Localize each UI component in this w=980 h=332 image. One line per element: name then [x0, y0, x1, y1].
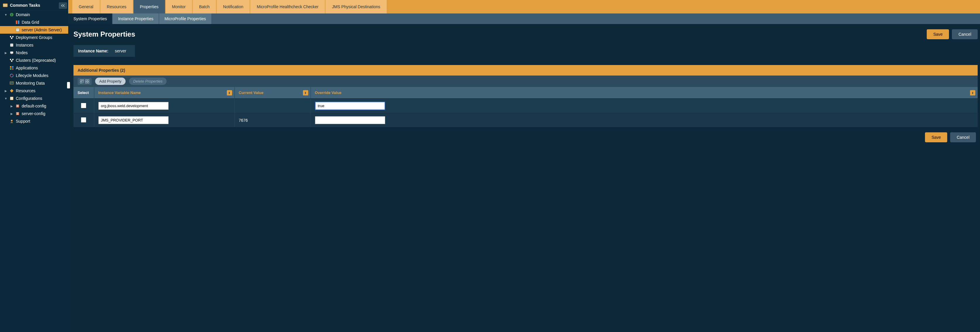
expander-icon[interactable]: ▶: [10, 105, 13, 108]
svg-rect-24: [10, 66, 11, 68]
svg-rect-45: [88, 79, 89, 81]
expander-icon[interactable]: ▼: [4, 13, 8, 16]
tree-item-nodes[interactable]: ▶Nodes: [0, 49, 68, 57]
tree-item-default-config[interactable]: ▶default-config: [0, 102, 68, 110]
sidebar-header-label[interactable]: Common Tasks: [10, 3, 40, 8]
override-value-input[interactable]: [315, 102, 385, 110]
svg-rect-0: [3, 3, 8, 7]
col-header-override-label: Override Value: [315, 91, 342, 95]
expander-icon[interactable]: ▶: [10, 112, 13, 115]
tree-item-label: default-config: [22, 104, 46, 108]
row-checkbox[interactable]: [81, 118, 86, 122]
tree-item-lifecycle-modules[interactable]: Lifecycle Modules: [0, 72, 68, 79]
cancel-button[interactable]: Cancel: [952, 29, 978, 39]
config-icon: [15, 104, 20, 108]
deselect-all-icon[interactable]: [84, 79, 90, 84]
svg-rect-20: [11, 54, 12, 54]
svg-rect-47: [88, 82, 89, 83]
table-toolbar: Add Property Delete Properties: [73, 76, 978, 87]
sidebar-collapse-button[interactable]: [59, 2, 67, 9]
col-header-override[interactable]: Override Value ▲▼: [310, 87, 978, 98]
svg-rect-44: [86, 79, 87, 81]
svg-rect-1: [3, 5, 5, 5]
tree-item-support[interactable]: Support: [0, 118, 68, 125]
svg-rect-21: [10, 59, 11, 60]
svg-rect-10: [16, 29, 19, 31]
globe-icon: [10, 12, 14, 17]
cancel-button-bottom[interactable]: Cancel: [950, 132, 976, 142]
tree-item-label: Deployment Groups: [16, 35, 52, 40]
expander-icon[interactable]: ▶: [4, 89, 8, 92]
tab-jms-physical-destinations[interactable]: JMS Physical Destinations: [326, 0, 387, 13]
tab-resources[interactable]: Resources: [100, 0, 133, 13]
nav-tree: ▼DomainData Gridserver (Admin Server)Dep…: [0, 11, 68, 125]
tab-batch[interactable]: Batch: [192, 0, 216, 13]
tree-item-server-admin-server-[interactable]: server (Admin Server): [0, 26, 68, 34]
sort-icon[interactable]: ▲▼: [303, 90, 308, 95]
expander-icon[interactable]: ▶: [4, 51, 8, 54]
tree-item-clusters-deprecated-[interactable]: Clusters (Deprecated): [0, 57, 68, 64]
save-button-bottom[interactable]: Save: [925, 132, 947, 142]
tree-item-applications[interactable]: Applications: [0, 64, 68, 72]
monitoring-icon: [10, 81, 14, 86]
common-tasks-icon: [3, 3, 8, 8]
override-value-input[interactable]: [315, 116, 385, 124]
col-header-current[interactable]: Current Value ▲▼: [234, 87, 310, 98]
clusters-icon: [10, 58, 14, 63]
expander-icon[interactable]: ▼: [4, 97, 8, 100]
svg-rect-8: [16, 21, 17, 24]
tab-notification[interactable]: Notification: [216, 0, 250, 13]
lifecycle-icon: [10, 73, 14, 78]
delete-properties-button[interactable]: Delete Properties: [129, 78, 167, 85]
sidebar-resize-handle[interactable]: [67, 82, 70, 88]
subtab-instance-properties[interactable]: Instance Properties: [113, 13, 159, 24]
col-header-name[interactable]: Instance Variable Name ▲▼: [94, 87, 234, 98]
svg-rect-31: [10, 97, 13, 100]
instance-name-value: server: [115, 49, 126, 53]
main-tab-bar: GeneralResourcesPropertiesMonitorBatchNo…: [68, 0, 980, 13]
table-title: Additional Properties (2): [73, 65, 978, 76]
sort-icon[interactable]: ▲▼: [970, 90, 975, 95]
svg-rect-25: [12, 66, 13, 68]
add-property-button[interactable]: Add Property: [95, 78, 126, 85]
current-value-cell: 7676: [234, 113, 310, 127]
applications-icon: [10, 65, 14, 70]
tab-monitor[interactable]: Monitor: [165, 0, 192, 13]
tree-item-resources[interactable]: ▶Resources: [0, 87, 68, 95]
svg-rect-6: [6, 6, 7, 6]
tree-item-configurations[interactable]: ▼Configurations: [0, 95, 68, 102]
variable-name-input[interactable]: [99, 116, 169, 124]
subtab-system-properties[interactable]: System Properties: [68, 13, 112, 24]
sub-tab-bar: System PropertiesInstance PropertiesMicr…: [68, 13, 980, 24]
current-value-cell: [234, 98, 310, 113]
instance-name-label: Instance Name:: [78, 49, 108, 53]
tree-item-data-grid[interactable]: Data Grid: [0, 18, 68, 26]
svg-rect-35: [17, 105, 18, 106]
save-button[interactable]: Save: [927, 29, 949, 39]
svg-rect-37: [16, 112, 19, 115]
tree-item-server-config[interactable]: ▶server-config: [0, 110, 68, 118]
subtab-microprofile-properties[interactable]: MicroProfile Properties: [159, 13, 212, 24]
svg-rect-41: [80, 79, 82, 81]
col-header-name-label: Instance Variable Name: [99, 91, 141, 95]
svg-rect-9: [18, 21, 19, 24]
tree-item-label: server-config: [22, 111, 45, 116]
tab-microprofile-healthcheck-checker[interactable]: MicroProfile Healthcheck Checker: [250, 0, 325, 13]
tree-item-instances[interactable]: Instances: [0, 41, 68, 49]
sort-icon[interactable]: ▲▼: [227, 90, 232, 95]
configurations-icon: [10, 96, 14, 101]
variable-name-input[interactable]: [99, 102, 169, 110]
tree-item-monitoring-data[interactable]: Monitoring Data: [0, 79, 68, 87]
col-header-select[interactable]: Select: [73, 87, 94, 98]
tab-properties[interactable]: Properties: [134, 0, 165, 13]
svg-rect-22: [12, 59, 13, 60]
select-all-icon[interactable]: [80, 79, 84, 84]
nodes-icon: [10, 50, 14, 55]
page-title: System Properties: [73, 30, 924, 38]
tree-item-label: Configurations: [16, 96, 42, 101]
instance-info: Instance Name: server: [73, 45, 135, 57]
tab-general[interactable]: General: [72, 0, 100, 13]
tree-item-domain[interactable]: ▼Domain: [0, 11, 68, 18]
row-checkbox[interactable]: [81, 103, 86, 108]
tree-item-deployment-groups[interactable]: Deployment Groups: [0, 34, 68, 41]
